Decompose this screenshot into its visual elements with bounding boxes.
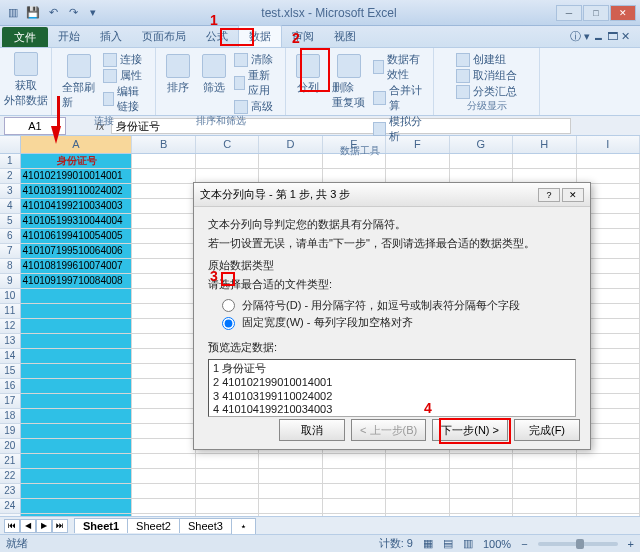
cell[interactable] — [132, 169, 195, 184]
cell[interactable] — [21, 289, 133, 304]
clear-button[interactable]: 清除 — [234, 52, 279, 67]
row-header[interactable]: 12 — [0, 319, 21, 334]
cell[interactable] — [132, 484, 195, 499]
row-header[interactable]: 4 — [0, 199, 21, 214]
row-header[interactable]: 24 — [0, 499, 21, 514]
col-header-e[interactable]: E — [323, 136, 386, 153]
reapply-button[interactable]: 重新应用 — [234, 68, 279, 98]
cell[interactable]: 410107199510064006 — [21, 244, 133, 259]
get-external-data-button[interactable]: 获取 外部数据 — [0, 50, 52, 110]
filter-button[interactable]: 筛选 — [198, 52, 230, 97]
cell[interactable] — [259, 484, 322, 499]
cell[interactable] — [513, 469, 576, 484]
cell[interactable] — [259, 499, 322, 514]
cell[interactable] — [577, 154, 640, 169]
cell[interactable] — [132, 289, 195, 304]
row-header[interactable]: 5 — [0, 214, 21, 229]
radio-fixed-width[interactable]: 固定宽度(W) - 每列字段加空格对齐 — [222, 314, 576, 332]
tab-file[interactable]: 文件 — [2, 27, 48, 47]
sheet-nav-prev[interactable]: ◀ — [20, 519, 36, 533]
row-header[interactable]: 1 — [0, 154, 21, 169]
cancel-button[interactable]: 取消 — [279, 419, 345, 441]
cell[interactable] — [450, 154, 513, 169]
dialog-help-button[interactable]: ? — [538, 188, 560, 202]
sheet-nav-first[interactable]: ⏮ — [4, 519, 20, 533]
minimize-button[interactable]: ─ — [556, 5, 582, 21]
cell[interactable] — [132, 259, 195, 274]
cell[interactable] — [21, 409, 133, 424]
zoom-out-button[interactable]: − — [521, 538, 527, 550]
view-layout-icon[interactable]: ▤ — [443, 537, 453, 550]
cell[interactable] — [132, 364, 195, 379]
finish-button[interactable]: 完成(F) — [514, 419, 580, 441]
cell[interactable] — [259, 154, 322, 169]
tab-layout[interactable]: 页面布局 — [132, 26, 196, 47]
cell[interactable] — [132, 154, 195, 169]
edit-links-button[interactable]: 编辑链接 — [103, 84, 149, 114]
cell[interactable] — [323, 154, 386, 169]
cell[interactable] — [132, 379, 195, 394]
row-header[interactable]: 23 — [0, 484, 21, 499]
cell[interactable] — [21, 469, 133, 484]
cell[interactable] — [386, 469, 449, 484]
cell[interactable] — [21, 454, 133, 469]
cell[interactable] — [21, 304, 133, 319]
row-header[interactable]: 13 — [0, 334, 21, 349]
select-all-corner[interactable] — [0, 136, 21, 153]
row-header[interactable]: 6 — [0, 229, 21, 244]
row-header[interactable]: 18 — [0, 409, 21, 424]
row-header[interactable]: 8 — [0, 259, 21, 274]
cell[interactable] — [577, 454, 640, 469]
cell[interactable] — [132, 244, 195, 259]
cell[interactable] — [132, 304, 195, 319]
sheet-tab-new[interactable]: ⋆ — [231, 518, 256, 534]
dialog-close-button[interactable]: ✕ — [562, 188, 584, 202]
cell[interactable]: 410102199010014001 — [21, 169, 133, 184]
row-header[interactable]: 9 — [0, 274, 21, 289]
cell[interactable] — [21, 349, 133, 364]
cell[interactable] — [259, 469, 322, 484]
col-header-a[interactable]: A — [21, 136, 133, 153]
cell[interactable]: 身份证号 — [21, 154, 133, 169]
col-header-h[interactable]: H — [513, 136, 576, 153]
cell[interactable]: 410109199710084008 — [21, 274, 133, 289]
cell[interactable] — [323, 469, 386, 484]
row-header[interactable]: 15 — [0, 364, 21, 379]
cell[interactable] — [132, 499, 195, 514]
properties-button[interactable]: 属性 — [103, 68, 149, 83]
cell[interactable] — [450, 454, 513, 469]
cell[interactable] — [132, 319, 195, 334]
cell[interactable] — [323, 454, 386, 469]
row-header[interactable]: 7 — [0, 244, 21, 259]
cell[interactable] — [21, 364, 133, 379]
cell[interactable] — [386, 154, 449, 169]
cell[interactable]: 410104199210034003 — [21, 199, 133, 214]
row-header[interactable]: 14 — [0, 349, 21, 364]
tab-data[interactable]: 数据 — [238, 25, 282, 47]
row-header[interactable]: 19 — [0, 424, 21, 439]
cell[interactable] — [132, 409, 195, 424]
tab-review[interactable]: 审阅 — [282, 26, 324, 47]
cell[interactable] — [196, 454, 259, 469]
cell[interactable]: 410103199110024002 — [21, 184, 133, 199]
cell[interactable] — [21, 424, 133, 439]
row-header[interactable]: 17 — [0, 394, 21, 409]
refresh-all-button[interactable]: 全部刷新 — [58, 52, 99, 112]
col-header-b[interactable]: B — [132, 136, 195, 153]
sheet-nav-last[interactable]: ⏭ — [52, 519, 68, 533]
cell[interactable] — [21, 334, 133, 349]
text-to-columns-button[interactable]: 分列 — [292, 52, 324, 97]
close-button[interactable]: ✕ — [610, 5, 636, 21]
row-header[interactable]: 11 — [0, 304, 21, 319]
cell[interactable] — [386, 484, 449, 499]
row-header[interactable]: 21 — [0, 454, 21, 469]
sort-button[interactable]: 排序 — [162, 52, 194, 97]
next-button[interactable]: 下一步(N) > — [432, 419, 508, 441]
cell[interactable] — [323, 484, 386, 499]
row-header[interactable]: 10 — [0, 289, 21, 304]
col-header-c[interactable]: C — [196, 136, 259, 153]
cell[interactable] — [196, 469, 259, 484]
cell[interactable] — [450, 484, 513, 499]
tab-insert[interactable]: 插入 — [90, 26, 132, 47]
undo-icon[interactable]: ↶ — [44, 4, 62, 22]
